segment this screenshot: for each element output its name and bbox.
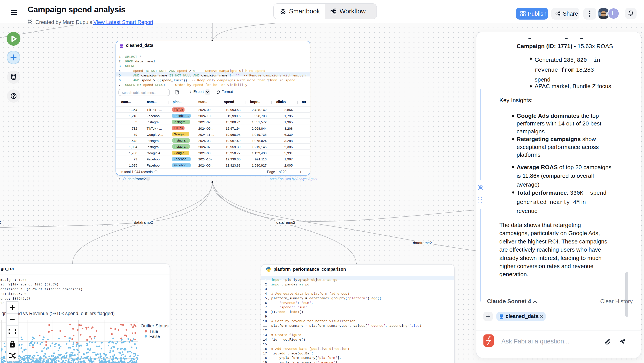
svg-text:SQL: SQL <box>500 316 503 318</box>
svg-text:SQL: SQL <box>120 46 123 47</box>
svg-text:True: True <box>149 329 158 334</box>
svg-text:Outlier Status: Outlier Status <box>140 323 168 328</box>
svg-text:False: False <box>149 334 160 339</box>
